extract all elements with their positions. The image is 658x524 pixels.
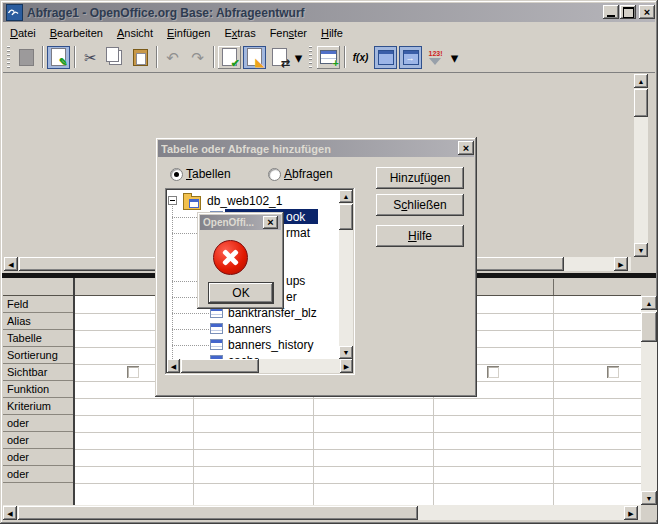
grid-row-label[interactable]: Sortierung [3,347,73,364]
error-dialog-close-button[interactable]: × [263,216,278,229]
scroll-left-icon: ◀ [8,261,13,268]
save-icon[interactable] [15,46,38,69]
alias-icon[interactable] [399,46,422,69]
grid-row-label[interactable]: Kriterium [3,398,73,415]
toolbar-overflow2-icon[interactable]: ▾ [449,46,460,69]
scroll-left-button[interactable]: ◀ [3,506,17,520]
scroll-thumb[interactable] [18,506,418,520]
minimize-button[interactable] [603,5,619,19]
menu-item-ansicht[interactable]: Ansicht [110,25,160,41]
run-query-icon[interactable]: ✔ [218,46,241,69]
tree-expander-icon[interactable] [168,196,177,205]
edit-icon[interactable]: ✎ [47,46,70,69]
table-name-icon[interactable] [374,46,397,69]
scroll-thumb[interactable] [339,204,353,230]
grid-row-label[interactable]: Feld [3,296,73,313]
visible-checkbox[interactable] [487,366,500,379]
scroll-right-button[interactable]: ▶ [614,257,628,271]
tree-item-label: banners [228,322,271,336]
grid-v-scrollbar[interactable]: ▲▼ [641,296,657,505]
switch-view-icon[interactable]: ⇄ [268,46,291,69]
menu-item-bearbeiten[interactable]: Bearbeiten [43,25,110,41]
visible-checkbox[interactable] [127,366,140,379]
grid-row-label[interactable]: Funktion [3,381,73,398]
scroll-down-button[interactable]: ▼ [641,491,657,505]
radio-label[interactable]: Abfragen [284,167,333,181]
scroll-right-button[interactable]: ▶ [624,506,638,520]
add-button[interactable]: Hinzufügen [376,167,464,189]
menu-item-einfgen[interactable]: Einfügen [160,25,217,41]
paste-icon[interactable] [129,46,152,69]
grid-column-line [553,296,554,505]
add-dialog-close-button[interactable]: × [458,141,474,155]
redo-icon[interactable]: ↷ [186,46,209,69]
toolbar-overflow-icon[interactable]: ▾ [293,46,304,69]
toolbar-separator [74,46,75,68]
ok-button[interactable]: OK [208,282,274,304]
close-dialog-button[interactable]: Schließen [376,194,464,216]
radio-dot [174,172,179,177]
tree-h-scrollbar: ◀▶ [167,359,353,373]
tree-item[interactable]: banners [167,321,339,337]
scroll-thumb[interactable] [181,359,259,373]
tree-item[interactable]: banners_history [167,337,339,353]
toolbar-separator [344,46,345,68]
scroll-right-icon: ▶ [344,363,349,370]
distinct-values-icon[interactable]: 123! [424,46,447,69]
grid-row-line [75,466,641,467]
scroll-down-button[interactable]: ▼ [339,346,353,359]
radio-queries[interactable] [268,168,281,181]
menu-item-extras[interactable]: Extras [217,25,262,41]
scroll-down-button[interactable]: ▼ [634,243,648,257]
scroll-thumb[interactable] [641,312,657,342]
functions-icon[interactable]: f(x) [349,46,372,69]
toolbar-grip[interactable] [7,46,10,68]
radio-label[interactable]: Tabellen [186,167,231,181]
grid-row-label[interactable]: Sichtbar [3,364,73,381]
menu-item-fenster[interactable]: Fenster [263,25,314,41]
title-bar[interactable]: Abfrage1 - OpenOffice.org Base: Abfragee… [3,3,655,22]
scroll-right-button[interactable]: ▶ [340,359,353,373]
design-view-icon[interactable]: ◣ [243,46,266,69]
grid-row-line [75,415,641,416]
grid-row-label[interactable]: oder [3,449,73,466]
scroll-up-button[interactable]: ▲ [339,190,353,203]
radio-tables[interactable] [170,168,183,181]
grid-row-label[interactable]: oder [3,432,73,449]
visible-checkbox[interactable] [607,366,620,379]
scroll-up-button[interactable]: ▲ [641,296,657,310]
add-table-icon[interactable]: + [317,46,340,69]
scroll-thumb[interactable] [634,89,648,117]
tree-item-label: db_web102_1 [207,194,282,208]
minimize-icon [607,15,615,17]
copy-icon-glyph [106,47,119,62]
grid-h-scrollbar[interactable]: ◀▶ [3,505,641,520]
grid-row-label[interactable]: oder [3,466,73,483]
scroll-left-button[interactable]: ◀ [4,257,18,271]
tree-item-label-fragment: ook [286,210,305,224]
cut-icon[interactable]: ✂ [79,46,102,69]
scroll-right-icon: ▶ [628,510,633,517]
grid-row-label[interactable]: oder [3,415,73,432]
grid-header-divider [553,279,554,295]
scroll-left-button[interactable]: ◀ [167,359,180,373]
menu-item-hilfe[interactable]: Hilfe [314,25,350,41]
copy-icon[interactable] [104,46,127,69]
maximize-icon [623,7,634,18]
close-button[interactable]: × [639,5,655,19]
menu-item-datei[interactable]: Datei [3,25,43,41]
help-button[interactable]: Hilfe [376,225,464,247]
add-dialog-title: Tabelle oder Abfrage hinzufügen [161,143,331,155]
toolbar-separator [42,46,43,68]
undo-icon[interactable]: ↶ [161,46,184,69]
maximize-button[interactable] [620,5,636,19]
toolbar: ✎✂↶↷✔◣⇄▾+f(x)123!▾ [3,42,655,73]
grid-row-label[interactable]: Tabelle [3,330,73,347]
toolbar-grip[interactable] [309,46,312,68]
top-pane-v-scrollbar[interactable]: ▲▼ [634,74,648,257]
scroll-up-button[interactable]: ▲ [634,74,648,88]
grid-row-line [75,449,641,450]
tree-item[interactable]: db_web102_1 [167,193,339,209]
add-dialog-title-bar[interactable]: Tabelle oder Abfrage hinzufügen [158,140,474,157]
grid-row-label[interactable]: Alias [3,313,73,330]
